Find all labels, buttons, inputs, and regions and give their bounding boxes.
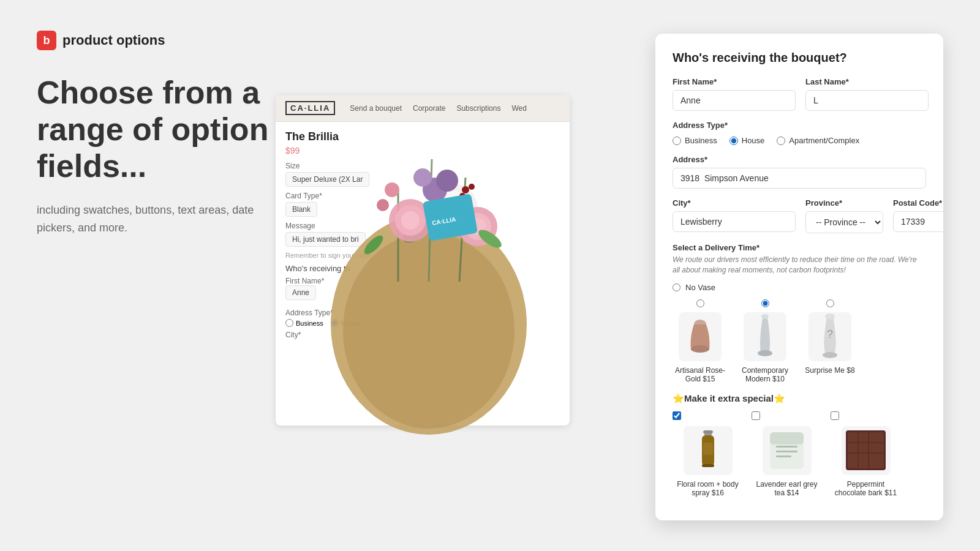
store-message-label: Message xyxy=(285,222,560,230)
province-group: Province* -- Province -- xyxy=(805,198,883,233)
radio-business-label: Business xyxy=(685,136,717,145)
addon-peppermint-checkbox-label[interactable] xyxy=(831,411,839,420)
radio-house[interactable]: House xyxy=(729,136,765,145)
radio-apartment-label: Apartment/Complex xyxy=(789,136,859,145)
store-size-label: Size xyxy=(285,162,560,170)
address-label: Address* xyxy=(673,155,926,164)
store-nav-corporate: Corporate xyxy=(413,104,445,113)
no-vase-label: No Vase xyxy=(685,283,715,292)
vase-surprise: ? Surprise Me $8 xyxy=(802,299,858,383)
svg-rect-36 xyxy=(704,433,712,435)
no-vase-option[interactable]: No Vase xyxy=(673,283,926,292)
addon-lavender: Lavender earl grey tea $14 xyxy=(752,411,822,497)
province-select[interactable]: -- Province -- xyxy=(805,211,883,233)
delivery-title: Select a Delivery Time* xyxy=(673,243,926,252)
address-type-radio-group: Business House Apartment/Complex xyxy=(673,136,926,145)
left-panel: b product options Choose from a range of… xyxy=(37,31,294,237)
store-card-value: Blank xyxy=(285,202,317,217)
addon-floral-checkbox-label[interactable] xyxy=(673,411,681,420)
radio-business-input[interactable] xyxy=(673,137,681,145)
svg-point-31 xyxy=(761,314,769,319)
radio-business[interactable]: Business xyxy=(673,136,717,145)
store-who-label: Who's receiving th xyxy=(285,264,560,273)
vase-surprise-radio-label[interactable] xyxy=(826,299,834,307)
no-vase-radio[interactable] xyxy=(673,283,680,291)
first-name-input[interactable] xyxy=(673,90,796,111)
vase-surprise-radio[interactable] xyxy=(826,299,834,307)
page-headline: Choose from a range of option fields... xyxy=(37,75,294,184)
store-sign-reminder: Remember to sign your nam xyxy=(285,252,560,259)
vase-surprise-image: ? xyxy=(809,312,851,361)
vase-contemporary: Contemporary Modern $10 xyxy=(737,299,793,383)
last-name-input[interactable] xyxy=(805,90,929,111)
callia-logo: CA·LLIA xyxy=(285,101,335,115)
svg-rect-44 xyxy=(776,455,791,457)
addon-lavender-checkbox[interactable] xyxy=(752,411,760,420)
radio-house-input[interactable] xyxy=(729,137,738,145)
address-type-group: Address Type* Business House Apartment/C… xyxy=(673,121,926,145)
special-section: ⭐Make it extra special⭐ Floral room + xyxy=(673,393,926,497)
vase-contemporary-radio-label[interactable] xyxy=(761,299,769,307)
city-label: City* xyxy=(673,198,796,208)
postal-group: Postal Code* xyxy=(893,198,943,233)
vase-artisanal-radio[interactable] xyxy=(696,299,704,307)
svg-rect-42 xyxy=(776,446,797,448)
svg-rect-39 xyxy=(702,464,714,467)
form-panel: Who's receiving the bouquet? First Name*… xyxy=(655,34,943,520)
radio-apartment[interactable]: Apartment/Complex xyxy=(777,136,859,145)
form-title: Who's receiving the bouquet? xyxy=(673,51,926,65)
last-name-group: Last Name* xyxy=(805,77,929,111)
store-address-label: Address Type* xyxy=(285,309,560,317)
address-type-label: Address Type* xyxy=(673,121,926,130)
store-nav: Send a bouquet Corporate Subscriptions W… xyxy=(350,104,527,113)
addon-floral: Floral room + body spray $16 xyxy=(673,411,743,497)
postal-input[interactable] xyxy=(893,211,943,232)
vase-contemporary-radio[interactable] xyxy=(761,299,769,307)
background-store-page: CA·LLIA Send a bouquet Corporate Subscri… xyxy=(276,95,570,425)
store-nav-send: Send a bouquet xyxy=(350,104,402,113)
city-group: City* xyxy=(673,198,796,233)
last-name-label: Last Name* xyxy=(805,77,929,86)
store-first-name-label: First Name* xyxy=(285,277,560,285)
vase-surprise-label: Surprise Me $8 xyxy=(805,366,854,375)
vase-contemporary-image xyxy=(744,312,786,361)
app-logo-text: product options xyxy=(62,32,165,48)
svg-rect-41 xyxy=(770,432,804,444)
store-message-value: Hi, just wanted to bri xyxy=(285,232,366,247)
svg-rect-38 xyxy=(703,443,713,455)
first-name-group: First Name* xyxy=(673,77,796,111)
store-product-title: The Brillia xyxy=(285,130,560,143)
svg-point-33 xyxy=(825,313,835,320)
addon-floral-image xyxy=(684,426,733,475)
addon-floral-checkbox[interactable] xyxy=(673,411,681,420)
addon-peppermint-label: Peppermint chocolate bark $11 xyxy=(831,480,901,497)
vase-artisanal-radio-label[interactable] xyxy=(696,299,704,307)
special-title: ⭐Make it extra special⭐ xyxy=(673,393,926,404)
svg-rect-46 xyxy=(848,432,884,468)
vase-options: Artisanal Rose-Gold $15 Contemporary Mod… xyxy=(673,299,926,383)
logo-area: b product options xyxy=(37,31,294,50)
svg-point-30 xyxy=(758,350,772,356)
svg-rect-35 xyxy=(703,430,713,433)
addon-options: Floral room + body spray $16 Lavende xyxy=(673,411,926,497)
page-subtext: including swatches, buttons, text areas,… xyxy=(37,201,294,237)
addon-lavender-checkbox-label[interactable] xyxy=(752,411,760,420)
radio-house-label: House xyxy=(742,136,765,145)
addon-lavender-image xyxy=(763,426,812,475)
city-input[interactable] xyxy=(673,211,796,232)
address-input[interactable] xyxy=(673,168,926,189)
store-radio-house: House xyxy=(331,319,361,327)
vase-contemporary-label: Contemporary Modern $10 xyxy=(737,366,793,383)
address-group: Address* xyxy=(673,155,926,189)
province-label: Province* xyxy=(805,198,883,208)
svg-rect-43 xyxy=(776,451,797,452)
store-header: CA·LLIA Send a bouquet Corporate Subscri… xyxy=(276,95,570,122)
radio-apartment-input[interactable] xyxy=(777,137,785,145)
addon-peppermint-checkbox[interactable] xyxy=(831,411,839,420)
store-nav-wed: Wed xyxy=(511,104,526,113)
store-radio-business: Business xyxy=(285,319,323,327)
svg-point-32 xyxy=(823,352,837,358)
delivery-section: Select a Delivery Time* We route our dri… xyxy=(673,243,926,383)
vase-artisanal-label: Artisanal Rose-Gold $15 xyxy=(673,366,728,383)
first-name-label: First Name* xyxy=(673,77,796,86)
